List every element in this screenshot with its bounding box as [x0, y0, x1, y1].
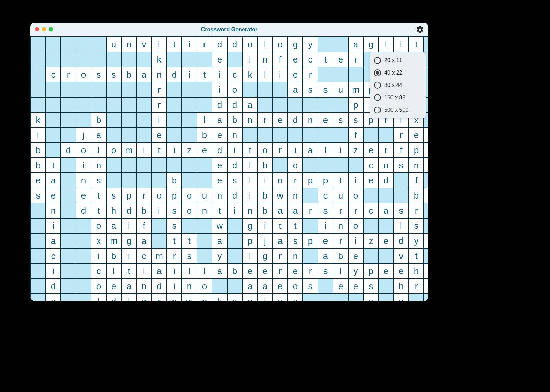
grid-cell[interactable]: e: [379, 234, 394, 249]
grid-cell[interactable]: e: [212, 52, 228, 67]
grid-cell[interactable]: a: [303, 143, 318, 158]
grid-cell[interactable]: d: [46, 279, 61, 294]
grid-cell[interactable]: i: [152, 37, 167, 52]
grid-cell-empty[interactable]: [318, 37, 333, 52]
grid-cell-empty[interactable]: [182, 173, 197, 188]
grid-cell-empty[interactable]: [318, 128, 333, 143]
grid-cell[interactable]: e: [46, 188, 61, 203]
grid-cell-empty[interactable]: [318, 67, 333, 82]
grid-cell-empty[interactable]: [167, 98, 182, 113]
grid-cell[interactable]: e: [243, 264, 258, 279]
grid-cell[interactable]: e: [273, 279, 288, 294]
grid-cell-empty[interactable]: [182, 82, 197, 98]
grid-cell-empty[interactable]: [318, 279, 333, 294]
grid-cell[interactable]: r: [303, 264, 318, 279]
grid-cell-empty[interactable]: [228, 234, 243, 249]
grid-cell[interactable]: a: [288, 203, 303, 219]
grid-cell[interactable]: o: [273, 37, 288, 52]
grid-cell[interactable]: s: [394, 203, 409, 219]
grid-cell[interactable]: t: [91, 188, 107, 203]
grid-cell[interactable]: a: [288, 82, 303, 98]
grid-cell-empty[interactable]: [137, 98, 152, 113]
grid-cell[interactable]: i: [258, 219, 273, 234]
grid-cell-empty[interactable]: [61, 173, 76, 188]
grid-cell[interactable]: n: [333, 219, 349, 234]
size-option[interactable]: 160 x 88: [371, 91, 424, 104]
grid-cell[interactable]: i: [349, 234, 364, 249]
grid-cell[interactable]: n: [273, 173, 288, 188]
grid-cell[interactable]: r: [167, 249, 182, 264]
grid-cell-empty[interactable]: [303, 294, 318, 301]
grid-cell-empty[interactable]: [31, 52, 46, 67]
grid-cell[interactable]: l: [91, 294, 107, 301]
grid-cell[interactable]: p: [318, 173, 333, 188]
grid-cell[interactable]: a: [424, 234, 428, 249]
grid-cell[interactable]: b: [258, 158, 273, 173]
grid-cell-empty[interactable]: [61, 294, 76, 301]
grid-cell-empty[interactable]: [364, 128, 379, 143]
grid-cell-empty[interactable]: [379, 249, 394, 264]
grid-cell-empty[interactable]: [76, 264, 91, 279]
grid-cell[interactable]: a: [318, 249, 333, 264]
grid-cell[interactable]: g: [243, 219, 258, 234]
grid-cell-empty[interactable]: [61, 203, 76, 219]
grid-cell-empty[interactable]: [61, 128, 76, 143]
grid-cell-empty[interactable]: [333, 128, 349, 143]
grid-cell[interactable]: i: [76, 158, 91, 173]
grid-cell[interactable]: r: [273, 249, 288, 264]
grid-cell-empty[interactable]: [107, 113, 122, 128]
grid-cell[interactable]: i: [243, 188, 258, 203]
grid-cell-empty[interactable]: [243, 82, 258, 98]
grid-cell-empty[interactable]: [288, 98, 303, 113]
grid-cell[interactable]: f: [394, 143, 409, 158]
grid-cell-empty[interactable]: [91, 98, 107, 113]
grid-cell[interactable]: d: [152, 279, 167, 294]
grid-cell[interactable]: e: [409, 128, 424, 143]
grid-cell-empty[interactable]: [333, 294, 349, 301]
grid-cell[interactable]: n: [228, 294, 243, 301]
grid-cell-empty[interactable]: [197, 52, 212, 67]
grid-cell[interactable]: h: [212, 294, 228, 301]
grid-cell-empty[interactable]: [31, 67, 46, 82]
grid-cell[interactable]: r: [409, 279, 424, 294]
grid-cell[interactable]: i: [137, 264, 152, 279]
grid-cell[interactable]: c: [228, 67, 243, 82]
grid-cell-empty[interactable]: [137, 128, 152, 143]
grid-cell[interactable]: n: [258, 52, 273, 67]
grid-cell-empty[interactable]: [122, 52, 137, 67]
grid-cell[interactable]: e: [394, 264, 409, 279]
grid-cell[interactable]: n: [122, 37, 137, 52]
grid-cell-empty[interactable]: [197, 173, 212, 188]
size-option[interactable]: 80 x 44: [371, 79, 424, 91]
grid-cell[interactable]: u: [333, 188, 349, 203]
grid-cell[interactable]: o: [243, 37, 258, 52]
grid-cell-empty[interactable]: [31, 249, 46, 264]
grid-cell[interactable]: h: [107, 203, 122, 219]
grid-cell-empty[interactable]: [152, 158, 167, 173]
grid-cell[interactable]: t: [122, 264, 137, 279]
grid-cell-empty[interactable]: [333, 158, 349, 173]
grid-cell[interactable]: t: [333, 173, 349, 188]
grid-cell[interactable]: s: [349, 113, 364, 128]
grid-cell[interactable]: b: [409, 188, 424, 203]
grid-cell[interactable]: s: [107, 67, 122, 82]
grid-cell[interactable]: s: [91, 67, 107, 82]
grid-cell[interactable]: a: [394, 294, 409, 301]
grid-cell[interactable]: u: [333, 82, 349, 98]
grid-cell[interactable]: n: [243, 113, 258, 128]
grid-cell[interactable]: i: [182, 37, 197, 52]
grid-cell[interactable]: h: [394, 279, 409, 294]
grid-cell[interactable]: e: [273, 113, 288, 128]
grid-cell[interactable]: n: [91, 158, 107, 173]
grid-cell[interactable]: l: [318, 143, 333, 158]
grid-cell[interactable]: s: [228, 173, 243, 188]
grid-cell-empty[interactable]: [46, 37, 61, 52]
grid-cell[interactable]: t: [318, 52, 333, 67]
grid-cell[interactable]: k: [243, 67, 258, 82]
grid-cell-empty[interactable]: [137, 158, 152, 173]
grid-cell[interactable]: e: [364, 173, 379, 188]
grid-cell[interactable]: v: [137, 37, 152, 52]
grid-cell-empty[interactable]: [318, 294, 333, 301]
grid-cell[interactable]: g: [137, 294, 152, 301]
grid-cell[interactable]: s: [182, 249, 197, 264]
